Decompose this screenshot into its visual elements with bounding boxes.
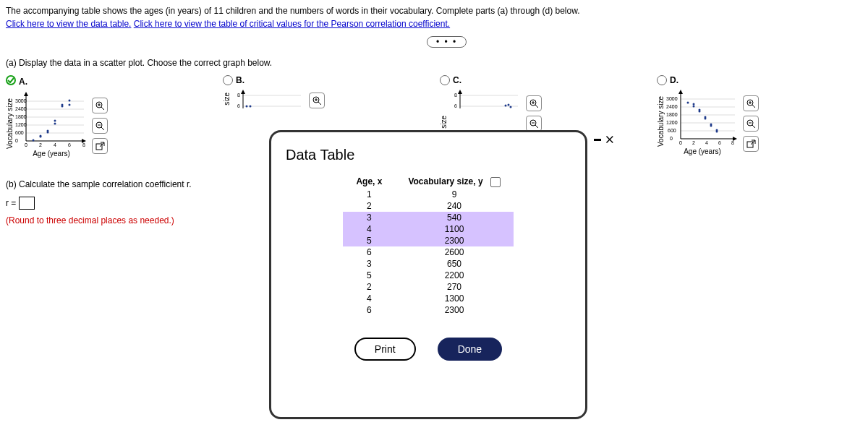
- view-critical-values-link[interactable]: Click here to view the table of critical…: [134, 19, 450, 29]
- table-row[interactable]: 2270: [343, 281, 513, 293]
- cell-vocab: 2300: [395, 235, 513, 246]
- svg-text:3000: 3000: [15, 98, 27, 103]
- svg-line-35: [101, 107, 104, 110]
- svg-point-0: [7, 76, 15, 85]
- popout-d-icon[interactable]: [743, 136, 759, 152]
- cell-age: 4: [343, 293, 395, 304]
- cell-age: 4: [343, 223, 395, 235]
- r-input[interactable]: [19, 197, 35, 210]
- svg-text:4: 4: [705, 140, 708, 145]
- svg-marker-10: [24, 92, 28, 96]
- table-row[interactable]: 19: [343, 189, 513, 200]
- cell-vocab: 2600: [395, 246, 513, 258]
- table-row[interactable]: 62300: [343, 304, 513, 316]
- zoom-in-a-icon[interactable]: [92, 98, 108, 113]
- cell-vocab: 540: [395, 212, 513, 223]
- table-row[interactable]: 3650: [343, 258, 513, 270]
- radio-c[interactable]: [440, 75, 450, 85]
- svg-marker-81: [678, 90, 683, 94]
- radio-a-selected-icon[interactable]: [6, 75, 16, 87]
- svg-marker-45: [241, 90, 245, 94]
- svg-point-93: [716, 129, 718, 132]
- option-b-ylabel: size: [223, 93, 231, 106]
- r-equals-label: r =: [6, 198, 16, 208]
- zoom-out-a-icon[interactable]: [92, 118, 108, 134]
- scatter-plot-b-partial: 86: [232, 88, 305, 110]
- svg-text:8: 8: [82, 142, 85, 147]
- table-row[interactable]: 52200: [343, 270, 513, 281]
- svg-text:8: 8: [237, 93, 240, 98]
- svg-text:6: 6: [718, 140, 721, 145]
- option-d-xlabel: Age (years): [684, 147, 721, 155]
- zoom-in-b-icon[interactable]: [309, 93, 325, 108]
- cell-age: 3: [343, 258, 395, 270]
- modal-close-icon[interactable]: [594, 131, 614, 148]
- col-header-vocab: Vocabulary size, y: [395, 175, 513, 189]
- modal-title: Data Table: [286, 147, 571, 163]
- zoom-out-c-icon[interactable]: [526, 116, 542, 132]
- svg-text:1200: 1200: [666, 120, 678, 125]
- svg-point-63: [510, 106, 512, 108]
- option-c-label: C.: [453, 75, 461, 85]
- svg-point-84: [693, 106, 695, 108]
- table-row[interactable]: 3540: [343, 212, 513, 223]
- cell-age: 3: [343, 212, 395, 223]
- svg-text:600: 600: [668, 128, 676, 133]
- cell-vocab: 2300: [395, 304, 513, 316]
- cell-vocab: 1100: [395, 223, 513, 235]
- cell-vocab: 1300: [395, 293, 513, 304]
- svg-text:8: 8: [731, 140, 734, 145]
- view-data-table-link[interactable]: Click here to view the data table.: [6, 19, 131, 29]
- table-row[interactable]: 41100: [343, 223, 513, 235]
- svg-point-21: [54, 120, 56, 122]
- option-a-xlabel: Age (years): [33, 150, 70, 158]
- svg-text:1800: 1800: [666, 112, 678, 117]
- popout-a-icon[interactable]: [92, 138, 108, 154]
- table-row[interactable]: 62600: [343, 246, 513, 258]
- option-d-ylabel: Vocabulary size: [657, 96, 665, 147]
- svg-text:2: 2: [39, 142, 42, 147]
- scatter-plot-a: 06001200 180024003000 024 68: [15, 90, 88, 148]
- svg-text:0: 0: [15, 138, 18, 143]
- svg-point-90: [710, 125, 712, 127]
- svg-point-22: [69, 104, 71, 106]
- cell-vocab: 240: [395, 200, 513, 212]
- zoom-out-d-icon[interactable]: [743, 116, 759, 132]
- col-header-age: Age, x: [343, 175, 395, 189]
- svg-rect-112: [747, 142, 753, 147]
- svg-line-51: [318, 102, 321, 105]
- svg-text:8: 8: [454, 93, 457, 98]
- copy-icon[interactable]: [490, 177, 501, 187]
- done-button[interactable]: Done: [438, 338, 502, 361]
- cell-vocab: 2200: [395, 270, 513, 281]
- table-row[interactable]: 41300: [343, 293, 513, 304]
- svg-text:0: 0: [670, 136, 673, 141]
- svg-point-48: [246, 106, 248, 108]
- cell-age: 5: [343, 235, 395, 246]
- cell-vocab: 270: [395, 281, 513, 293]
- svg-point-12: [33, 139, 35, 142]
- cell-age: 6: [343, 246, 395, 258]
- zoom-in-c-icon[interactable]: [526, 95, 542, 111]
- print-button[interactable]: Print: [354, 338, 416, 361]
- svg-point-20: [40, 135, 42, 137]
- radio-d[interactable]: [657, 75, 667, 85]
- cell-age: 5: [343, 270, 395, 281]
- svg-point-61: [505, 105, 507, 107]
- svg-point-19: [61, 106, 64, 108]
- svg-point-89: [699, 111, 701, 113]
- svg-text:6: 6: [68, 142, 71, 147]
- svg-marker-57: [458, 90, 462, 94]
- ellipsis-pill[interactable]: • • •: [427, 36, 467, 48]
- table-row[interactable]: 2240: [343, 200, 513, 212]
- svg-point-92: [705, 118, 707, 120]
- svg-point-49: [250, 106, 252, 108]
- radio-b[interactable]: [223, 75, 233, 85]
- svg-line-106: [752, 105, 755, 108]
- table-row[interactable]: 52300: [343, 235, 513, 246]
- svg-text:1200: 1200: [15, 122, 27, 127]
- problem-intro: The accompanying table shows the ages (i…: [6, 6, 862, 16]
- zoom-in-d-icon[interactable]: [743, 95, 759, 111]
- cell-age: 2: [343, 200, 395, 212]
- cell-vocab: 650: [395, 258, 513, 270]
